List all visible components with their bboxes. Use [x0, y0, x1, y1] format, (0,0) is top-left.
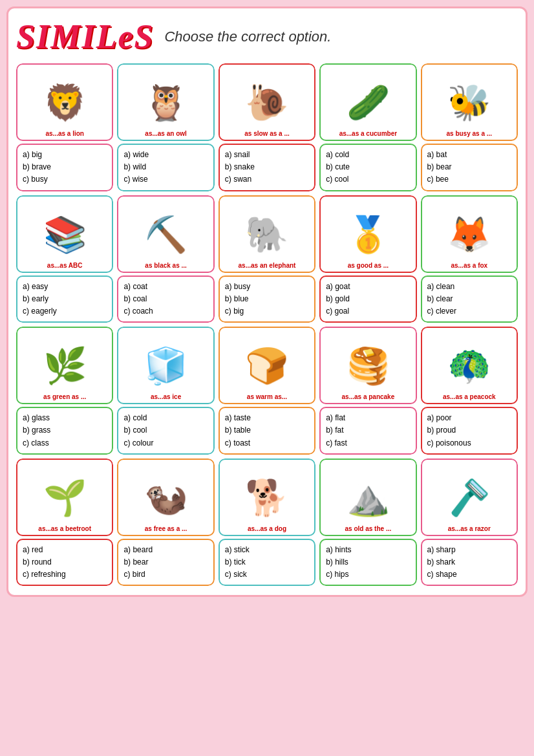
cell-r2-c1: 🧊as...as icea) coldb) coolc) colour	[117, 327, 214, 455]
img-box-r3-c0: 🌱as...as a beetroot	[16, 459, 113, 536]
option-r2-c3-0: a) flat	[326, 412, 410, 424]
option-r1-c3-1: b) gold	[326, 293, 410, 305]
cell-r2-c3: 🥞as...as a pancakea) flatb) fatc) fast	[319, 327, 416, 455]
header: SIMILeS Choose the correct option.	[16, 17, 518, 56]
option-r1-c3-2: c) goal	[326, 305, 410, 318]
emoji-r3-c1: 🦦	[144, 480, 187, 515]
option-r2-c3-1: b) fat	[326, 424, 410, 437]
ans-box-r3-c4: a) sharpb) sharkc) shape	[421, 539, 518, 587]
option-r3-c2-0: a) stick	[225, 544, 309, 556]
option-r2-c0-2: c) class	[23, 437, 107, 449]
simile-label-r1-c0: as...as ABC	[17, 261, 112, 270]
cell-r3-c3: ⛰️as old as the ...a) hintsb) hillsc) hi…	[319, 459, 416, 587]
emoji-r1-c3: 🥇	[347, 217, 390, 252]
simile-label-r3-c2: as...as a dog	[220, 524, 314, 533]
simile-label-r1-c2: as...as an elephant	[220, 261, 314, 270]
option-r0-c2-0: a) snail	[225, 149, 309, 161]
img-box-r1-c2: 🐘as...as an elephant	[219, 195, 315, 273]
option-r1-c1-0: a) coat	[123, 281, 208, 293]
emoji-r0-c2: 🐌	[245, 85, 288, 120]
option-r1-c1-1: b) coal	[123, 293, 208, 305]
option-r0-c4-2: c) bee	[427, 173, 511, 186]
option-r0-c1-2: c) wise	[123, 173, 208, 186]
option-r2-c2-1: b) table	[225, 424, 309, 437]
img-box-r1-c4: 🦊as...as a fox	[421, 195, 518, 273]
ans-box-r1-c0: a) easyb) earlyc) eagerly	[16, 275, 113, 323]
option-r0-c2-2: c) swan	[225, 173, 309, 186]
img-box-r3-c1: 🦦as free as a ...	[117, 459, 214, 536]
simile-label-r2-c2: as warm as...	[220, 393, 314, 401]
cell-r3-c2: 🐕as...as a doga) stickb) tickc) sick	[219, 459, 315, 587]
cell-r1-c2: 🐘as...as an elephanta) busyb) bluec) big	[219, 195, 315, 323]
emoji-r1-c1: ⛏️	[144, 217, 187, 252]
emoji-r1-c2: 🐘	[245, 217, 288, 252]
option-r0-c1-1: b) wild	[123, 161, 208, 173]
simile-label-r2-c4: as...as a peacock	[422, 393, 517, 401]
option-r3-c1-2: c) bird	[123, 568, 208, 581]
ans-box-r0-c1: a) wideb) wildc) wise	[117, 144, 214, 191]
option-r0-c0-2: c) busy	[23, 173, 107, 186]
simile-label-r0-c3: as...as a cucumber	[321, 129, 415, 138]
page: SIMILeS Choose the correct option. 🦁as..…	[6, 6, 528, 597]
emoji-r1-c0: 📚	[43, 217, 87, 252]
option-r1-c0-1: b) early	[23, 293, 107, 305]
emoji-r0-c4: 🐝	[447, 85, 491, 120]
simile-label-r0-c2: as slow as a ...	[220, 129, 314, 138]
cell-r0-c1: 🦉as...as an owla) wideb) wildc) wise	[117, 63, 214, 191]
option-r0-c0-1: b) brave	[23, 161, 107, 173]
emoji-r3-c4: 🪒	[447, 480, 491, 515]
option-r2-c2-0: a) taste	[225, 412, 309, 424]
ans-box-r2-c2: a) tasteb) tablec) toast	[219, 407, 315, 455]
simile-label-r3-c3: as old as the ...	[321, 524, 415, 533]
img-box-r0-c1: 🦉as...as an owl	[117, 63, 214, 141]
option-r0-c3-0: a) cold	[326, 149, 410, 161]
option-r3-c2-1: b) tick	[225, 556, 309, 568]
option-r1-c3-0: a) goat	[326, 281, 410, 293]
option-r3-c0-0: a) red	[23, 544, 107, 556]
simile-label-r0-c0: as...as a lion	[17, 129, 112, 138]
option-r1-c2-1: b) blue	[225, 293, 309, 305]
cell-r2-c2: 🍞as warm as...a) tasteb) tablec) toast	[219, 327, 315, 455]
option-r0-c0-0: a) big	[23, 149, 107, 161]
img-box-r3-c4: 🪒as...as a razor	[421, 459, 518, 536]
simile-label-r0-c4: as busy as a ...	[422, 129, 517, 138]
emoji-r3-c2: 🐕	[245, 480, 288, 515]
option-r2-c4-1: b) proud	[427, 424, 511, 437]
simile-label-r1-c4: as...as a fox	[422, 261, 517, 270]
simile-label-r3-c1: as free as a ...	[118, 524, 213, 533]
option-r2-c4-0: a) poor	[427, 412, 511, 424]
img-box-r2-c1: 🧊as...as ice	[117, 327, 214, 404]
option-r2-c4-2: c) poisonous	[427, 437, 511, 449]
simile-label-r2-c3: as...as a pancake	[321, 393, 415, 401]
option-r3-c0-2: c) refreshing	[23, 568, 107, 581]
simile-label-r3-c0: as...as a beetroot	[17, 524, 112, 533]
cell-r0-c3: 🥒as...as a cucumbera) coldb) cutec) cool	[319, 63, 416, 191]
option-r1-c4-0: a) clean	[427, 281, 511, 293]
simile-label-r3-c4: as...as a razor	[422, 524, 517, 533]
ans-box-r2-c0: a) glassb) grassc) class	[16, 407, 113, 455]
ans-box-r3-c1: a) beardb) bearc) bird	[117, 539, 214, 587]
simile-label-r0-c1: as...as an owl	[118, 129, 213, 138]
option-r1-c1-2: c) coach	[123, 305, 208, 318]
option-r3-c4-2: c) shape	[427, 568, 511, 581]
option-r1-c0-0: a) easy	[23, 281, 107, 293]
emoji-r2-c3: 🥞	[347, 348, 390, 383]
img-box-r0-c3: 🥒as...as a cucumber	[319, 63, 416, 141]
option-r2-c0-0: a) glass	[23, 412, 107, 424]
option-r3-c2-2: c) sick	[225, 568, 309, 581]
option-r0-c4-0: a) bat	[427, 149, 511, 161]
img-box-r2-c3: 🥞as...as a pancake	[319, 327, 416, 404]
cell-r0-c4: 🐝as busy as a ...a) batb) bearc) bee	[421, 63, 518, 191]
option-r2-c2-2: c) toast	[225, 437, 309, 449]
option-r0-c3-2: c) cool	[326, 173, 410, 186]
emoji-r2-c4: 🦚	[447, 348, 491, 383]
cell-r1-c3: 🥇as good as ...a) goatb) goldc) goal	[319, 195, 416, 323]
img-box-r3-c3: ⛰️as old as the ...	[319, 459, 416, 536]
ans-box-r2-c3: a) flatb) fatc) fast	[319, 407, 416, 455]
ans-box-r0-c4: a) batb) bearc) bee	[421, 144, 518, 191]
option-r3-c3-2: c) hips	[326, 568, 410, 581]
option-r3-c1-1: b) bear	[123, 556, 208, 568]
img-box-r2-c2: 🍞as warm as...	[219, 327, 315, 404]
page-subtitle: Choose the correct option.	[164, 28, 331, 45]
cell-r2-c0: 🌿as green as ...a) glassb) grassc) class	[16, 327, 113, 455]
